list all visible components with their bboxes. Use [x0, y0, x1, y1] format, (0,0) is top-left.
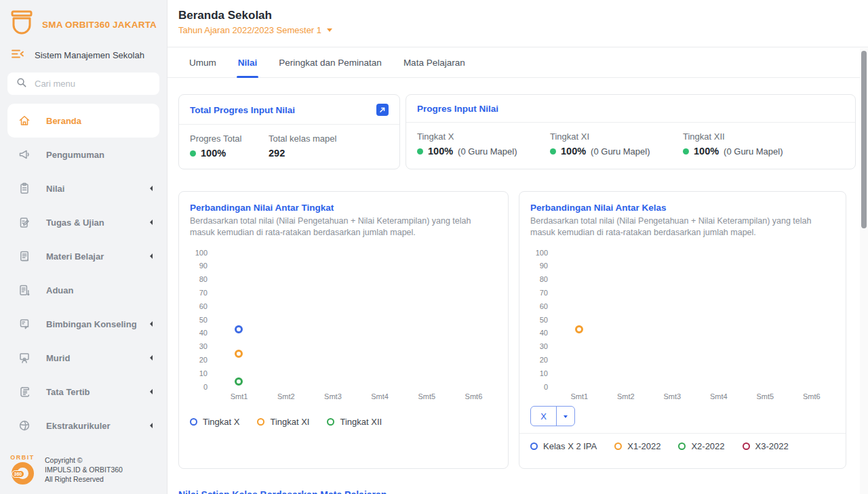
- tab-mata-pelajaran[interactable]: Mata Pelajaran: [393, 47, 476, 77]
- scrollbar-thumb[interactable]: [861, 51, 867, 228]
- legend-label: Tingkat X: [203, 417, 239, 427]
- scrollbar-track[interactable]: [860, 48, 868, 494]
- legend-item-tingkat-xi[interactable]: Tingkat XI: [257, 417, 309, 427]
- sidebar-item-label: Pengumuman: [46, 150, 154, 160]
- sidebar-item-ekstrakurikuler[interactable]: Ekstrakurikuler: [7, 409, 159, 442]
- app-root: SMA ORBIT360 JAKARTA Sistem Manajemen Se…: [0, 0, 868, 494]
- chart-legend: Tingkat XTingkat XITingkat XII: [190, 417, 497, 427]
- legend-swatch: [743, 442, 750, 450]
- stat-value: 100%(0 Guru Mapel): [683, 146, 816, 157]
- report-icon: [18, 283, 33, 297]
- sidebar-item-label: Materi Belajar: [46, 251, 147, 262]
- stat-label: Progres Total: [190, 133, 269, 144]
- chart-title: Perbandingan Nilai Antar Kelas: [530, 203, 835, 213]
- y-axis-tick: 0: [530, 383, 548, 391]
- sidebar-item-label: Beranda: [46, 116, 154, 126]
- legend-item-x2-2022[interactable]: X2-2022: [678, 441, 724, 451]
- stat-number: 100%: [561, 146, 586, 157]
- legend-label: Tingkat XII: [340, 417, 382, 427]
- chart-subtitle: Berdasarkan total nilai (Nilai Pengetahu…: [190, 215, 497, 238]
- clipboard-edit-icon: [18, 215, 33, 229]
- stat-suffix: (0 Guru Mapel): [724, 146, 783, 157]
- status-dot: [190, 150, 196, 157]
- home-icon: [18, 114, 33, 127]
- stat-value: 292: [269, 148, 347, 159]
- stat-tingkat-x: Tingkat X100%(0 Guru Mapel): [417, 131, 550, 157]
- y-axis-tick: 30: [190, 342, 208, 350]
- x-axis-label: Smt4: [357, 392, 403, 400]
- plot-area: [216, 253, 494, 387]
- card-title: Progres Input Nilai: [417, 104, 498, 114]
- y-axis-tick: 0: [190, 383, 208, 391]
- expand-icon[interactable]: [376, 104, 389, 116]
- sidebar-item-tugas-ujian[interactable]: Tugas & Ujian: [7, 205, 159, 239]
- legend-item-tingkat-x[interactable]: Tingkat X: [190, 417, 239, 427]
- menu-search-box[interactable]: [7, 73, 159, 95]
- ball-icon: [18, 419, 33, 432]
- x-axis-label: Smt3: [649, 392, 696, 400]
- copyright-line3: All Right Reserved: [45, 474, 123, 484]
- next-section-title: Nilai Setiap Kelas Berdasarkan Mata Pela…: [178, 489, 856, 494]
- status-dot: [417, 148, 423, 155]
- stat-number: 100%: [428, 146, 453, 157]
- chevron-left-icon: [147, 220, 153, 225]
- sidebar-item-nilai[interactable]: Nilai: [7, 171, 159, 205]
- data-point-tingkat-xii: [235, 377, 243, 386]
- tab-nilai[interactable]: Nilai: [227, 47, 269, 77]
- main-area: Beranda Sekolah Tahun Ajaran 2022/2023 S…: [167, 0, 868, 494]
- status-dot: [550, 148, 556, 155]
- sidebar-item-beranda[interactable]: Beranda: [7, 104, 159, 138]
- chart-filter-row: X: [530, 406, 835, 426]
- y-axis-tick: 70: [530, 289, 548, 297]
- page-header: Beranda Sekolah Tahun Ajaran 2022/2023 S…: [167, 0, 868, 47]
- tab-umum[interactable]: Umum: [178, 47, 227, 77]
- stat-label: Total kelas mapel: [269, 133, 347, 144]
- stat-suffix: (0 Guru Mapel): [458, 146, 517, 157]
- legend-item-tingkat-xii[interactable]: Tingkat XII: [327, 417, 382, 427]
- stat-number: 100%: [694, 146, 719, 157]
- legend-item-x3-2022[interactable]: X3-2022: [743, 441, 789, 451]
- y-axis-tick: 100: [190, 249, 208, 257]
- brand-subrow: Sistem Manajemen Sekolah: [0, 39, 167, 62]
- school-year-label: Tahun Ajaran 2022/2023 Semester 1: [178, 25, 321, 35]
- sidebar-item-tata-tertib[interactable]: Tata Tertib: [7, 375, 159, 409]
- school-year-dropdown[interactable]: Tahun Ajaran 2022/2023 Semester 1: [178, 25, 332, 35]
- chevron-left-icon: [147, 423, 153, 428]
- x-axis-label: Smt3: [309, 392, 356, 400]
- sidebar-item-aduan[interactable]: Aduan: [7, 273, 159, 307]
- chart-subtitle: Berdasarkan total nilai (Nilai Pengetahu…: [530, 215, 835, 238]
- stat-number: 292: [269, 148, 285, 159]
- x-axis-label: Smt4: [696, 392, 743, 400]
- card-progres-input: Progres Input Nilai Tingkat X100%(0 Guru…: [406, 94, 856, 169]
- x-axis-label: Smt2: [603, 392, 650, 400]
- chevron-down-icon: [327, 28, 332, 35]
- card-progres-input-body: Tingkat X100%(0 Guru Mapel)Tingkat XI100…: [406, 123, 855, 167]
- y-axis-tick: 100: [530, 249, 548, 257]
- stat-total-kelas-mapel: Total kelas mapel292: [269, 133, 347, 159]
- legend-label: Kelas X 2 IPA: [543, 441, 597, 451]
- legend-item-x1-2022[interactable]: X1-2022: [614, 441, 660, 451]
- stat-progres-total: Progres Total100%: [190, 133, 269, 159]
- chevron-left-icon: [147, 186, 153, 191]
- stat-value: 100%(0 Guru Mapel): [417, 146, 550, 157]
- legend-item-kelas-x-2-ipa[interactable]: Kelas X 2 IPA: [530, 441, 597, 451]
- x-axis-label: Smt1: [556, 392, 603, 400]
- collapse-sidebar-icon[interactable]: [11, 48, 24, 62]
- x-axis-label: Smt6: [450, 392, 497, 400]
- charts-row: Perbandingan Nilai Antar TingkatBerdasar…: [178, 191, 856, 469]
- sidebar-item-murid[interactable]: Murid: [7, 341, 159, 375]
- y-axis-tick: 20: [530, 356, 548, 364]
- y-axis-tick: 40: [530, 329, 548, 337]
- sidebar-item-bimbingan-konseling[interactable]: Bimbingan Konseling: [7, 307, 159, 341]
- sidebar-menu: BerandaPengumumanNilaiTugas & UjianMater…: [0, 104, 167, 449]
- school-shield-icon: [10, 9, 33, 39]
- sidebar-item-pengumuman[interactable]: Pengumuman: [7, 138, 159, 171]
- tab-peringkat-dan-peminatan[interactable]: Peringkat dan Peminatan: [268, 47, 393, 77]
- sidebar-item-materi-belajar[interactable]: Materi Belajar: [7, 239, 159, 273]
- sidebar: SMA ORBIT360 JAKARTA Sistem Manajemen Se…: [0, 0, 167, 494]
- stats-row: Total Progres Input Nilai Progres Total1…: [178, 94, 856, 169]
- search-input[interactable]: [33, 78, 151, 89]
- clipboard-icon: [18, 182, 33, 195]
- chart-plot: 0102030405060708090100: [530, 253, 835, 387]
- class-filter-dropdown[interactable]: X: [530, 406, 575, 426]
